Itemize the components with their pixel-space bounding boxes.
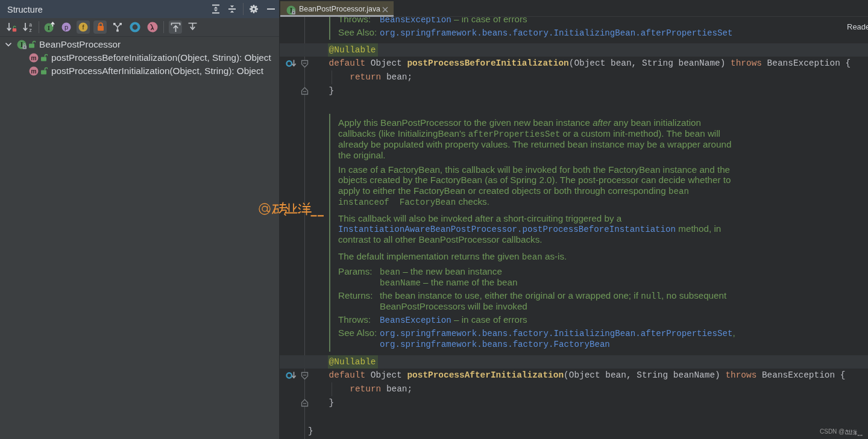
svg-text:p: p [64, 23, 68, 31]
svg-text:m: m [31, 54, 36, 61]
svg-text:z: z [29, 27, 31, 33]
svg-text:m: m [31, 67, 36, 75]
svg-text:I: I [48, 24, 50, 31]
